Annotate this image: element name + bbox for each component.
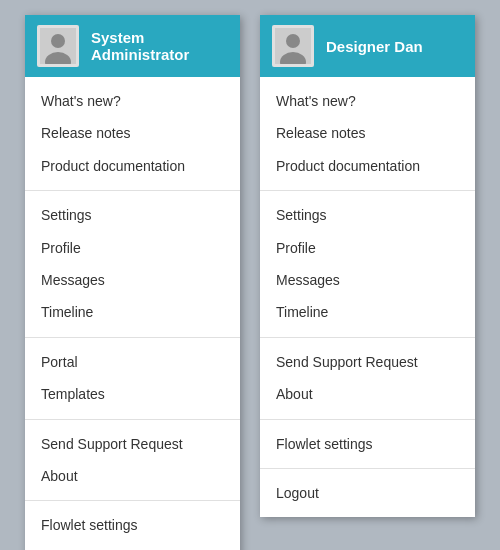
section-1-4: Send Support Request About (25, 420, 240, 502)
menu-system-admin: System Administrator What's new? Release… (25, 15, 240, 550)
item-support-2[interactable]: Send Support Request (260, 346, 475, 378)
section-1-5: Flowlet settings (25, 501, 240, 550)
menu-designer-dan: Designer Dan What's new? Release notes P… (260, 15, 475, 517)
svg-point-1 (51, 34, 65, 48)
section-1-2: Settings Profile Messages Timeline (25, 191, 240, 338)
section-2-5: Logout (260, 469, 475, 517)
item-profile-1[interactable]: Profile (25, 232, 240, 264)
section-1-3: Portal Templates (25, 338, 240, 420)
item-settings-2[interactable]: Settings (260, 199, 475, 231)
item-profile-2[interactable]: Profile (260, 232, 475, 264)
item-flowlet-1[interactable]: Flowlet settings (25, 509, 240, 541)
avatar-1 (37, 25, 79, 67)
item-timeline-2[interactable]: Timeline (260, 296, 475, 328)
menu-header-2: Designer Dan (260, 15, 475, 77)
section-2-4: Flowlet settings (260, 420, 475, 469)
item-whats-new-2[interactable]: What's new? (260, 85, 475, 117)
item-support-1[interactable]: Send Support Request (25, 428, 240, 460)
item-product-docs-2[interactable]: Product documentation (260, 150, 475, 182)
menu-title-2: Designer Dan (326, 38, 423, 55)
section-1-1: What's new? Release notes Product docume… (25, 77, 240, 191)
item-templates-1[interactable]: Templates (25, 378, 240, 410)
item-timeline-1[interactable]: Timeline (25, 296, 240, 328)
item-about-1[interactable]: About (25, 460, 240, 492)
item-settings-1[interactable]: Settings (25, 199, 240, 231)
section-2-3: Send Support Request About (260, 338, 475, 420)
item-messages-2[interactable]: Messages (260, 264, 475, 296)
item-release-notes-1[interactable]: Release notes (25, 117, 240, 149)
item-whats-new-1[interactable]: What's new? (25, 85, 240, 117)
menu-title-1: System Administrator (91, 29, 228, 63)
svg-point-4 (286, 34, 300, 48)
item-logout-2[interactable]: Logout (260, 477, 475, 509)
item-release-notes-2[interactable]: Release notes (260, 117, 475, 149)
section-2-2: Settings Profile Messages Timeline (260, 191, 475, 338)
item-flowlet-2[interactable]: Flowlet settings (260, 428, 475, 460)
section-2-1: What's new? Release notes Product docume… (260, 77, 475, 191)
item-messages-1[interactable]: Messages (25, 264, 240, 296)
menu-header-1: System Administrator (25, 15, 240, 77)
avatar-2 (272, 25, 314, 67)
item-product-docs-1[interactable]: Product documentation (25, 150, 240, 182)
item-portal-1[interactable]: Portal (25, 346, 240, 378)
item-about-2[interactable]: About (260, 378, 475, 410)
